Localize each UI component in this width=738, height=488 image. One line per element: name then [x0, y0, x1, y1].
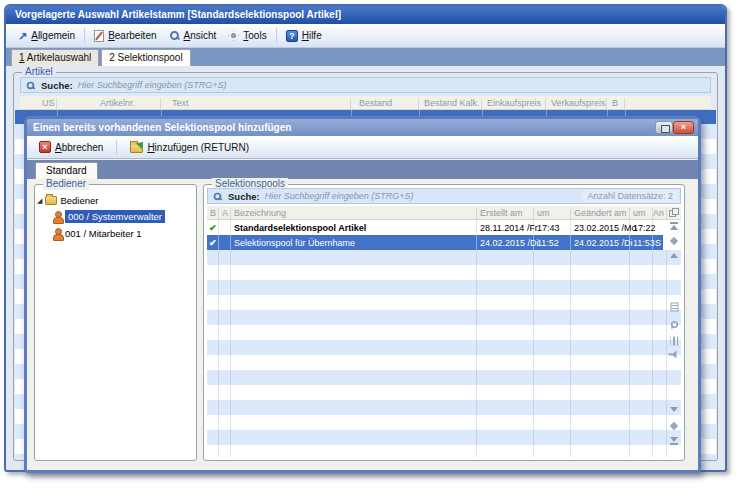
pool-name: Standardselektionspool Artikel	[234, 223, 366, 233]
pools-search-placeholder: Hier Suchbegriff eingeben (STRG+S)	[265, 191, 414, 201]
dialog-toolbar: × Abbrechen Hinzufügen (RETURN)	[27, 136, 698, 159]
add-icon	[130, 143, 143, 153]
add-label: Hinzufügen (RETURN)	[147, 142, 249, 153]
scroll-bottom-icon[interactable]	[667, 437, 681, 445]
tree-root-label: Bediener	[60, 195, 98, 206]
tree-root-bediener[interactable]: ◢ Bediener	[37, 193, 194, 208]
tab-artikelauswahl[interactable]: 1 Artikelauswahl	[11, 49, 99, 66]
sort-icon[interactable]	[667, 337, 681, 345]
row-down-icon[interactable]	[667, 422, 681, 430]
pool-created-time: 11:52	[537, 238, 559, 248]
pool-changed-time: 11:53	[633, 238, 655, 248]
column-header-bestand[interactable]: Bestand	[359, 98, 392, 108]
cancel-icon: ×	[39, 141, 51, 153]
close-button[interactable]: ×	[673, 121, 694, 134]
menu-tools[interactable]: Tools	[222, 28, 272, 43]
column-header-um-1[interactable]: um	[537, 208, 550, 218]
pool-changed: 23.02.2015 /Mo	[574, 223, 637, 233]
scroll-down-icon[interactable]	[667, 407, 681, 412]
record-count-badge: Anzahl Datensätze: 2	[582, 190, 678, 202]
menu-bearbeiten[interactable]: Bearbeiten	[88, 28, 162, 44]
pools-search-label: Suche:	[228, 191, 260, 202]
toolbar-separator	[116, 140, 117, 155]
menu-ansicht-label: Ansicht	[184, 30, 217, 41]
search-label: Suche:	[41, 80, 73, 91]
column-header-erstellt-am[interactable]: Erstellt am	[480, 208, 523, 218]
menu-hilfe[interactable]: ? Hilfe	[280, 28, 328, 44]
pools-empty-rows[interactable]	[207, 250, 681, 457]
column-header-verkaufspreis[interactable]: Verkaufspreis	[551, 98, 606, 108]
pools-grid-header: B A Bezeichnung Erstellt am um Geändert …	[207, 206, 681, 220]
restore-button[interactable]	[655, 121, 673, 134]
tree-item-label-selected: 000 / Systemverwalter	[65, 210, 165, 223]
column-header-an[interactable]: An	[653, 208, 664, 218]
scroll-top-icon[interactable]	[667, 222, 681, 230]
folder-icon	[45, 196, 57, 205]
column-header-text[interactable]: Text	[172, 98, 189, 108]
tab-standard[interactable]: Standard	[35, 162, 98, 179]
column-header-einkaufspreis[interactable]: Einkaufspreis	[487, 98, 541, 108]
column-header-artikelnr[interactable]: Artikelnr.	[100, 98, 135, 108]
column-header-bezeichnung[interactable]: Bezeichnung	[234, 208, 286, 218]
tree-item-mitarbeiter1[interactable]: 001 / Mitarbeiter 1	[37, 226, 194, 241]
tab-selektionspool[interactable]: 2 Selektionspool	[101, 49, 190, 66]
menu-allgemein[interactable]: ↗ Allgemein	[12, 28, 81, 43]
menu-bearbeiten-label: Bearbeiten	[108, 30, 156, 41]
dialog-tab-strip: Standard	[27, 160, 698, 179]
dialog-title: Einen bereits vorhandenen Selektionspool…	[33, 122, 291, 133]
menu-hilfe-label: Hilfe	[302, 30, 322, 41]
view-magnifier-icon	[169, 30, 180, 41]
menu-separator	[84, 28, 85, 43]
tree-item-systemverwalter[interactable]: 000 / Systemverwalter	[37, 209, 194, 224]
pool-row-standard[interactable]: ✔ Standardselektionspool Artikel 28.11.2…	[207, 220, 663, 235]
menu-separator	[276, 28, 277, 43]
bediener-groupbox: Bediener ◢ Bediener 000 / Systemverwalte…	[34, 184, 197, 461]
search-icon	[26, 80, 35, 89]
menu-allgemein-label: Allgemein	[31, 30, 75, 41]
selektionspools-groupbox: Selektionspools Suche: Hier Suchbegriff …	[203, 184, 685, 461]
column-header-um-2[interactable]: um	[633, 208, 646, 218]
arrow-up-right-icon: ↗	[18, 31, 27, 41]
pool-created-time: 17:43	[537, 223, 560, 233]
tree-item-label: 001 / Mitarbeiter 1	[65, 228, 142, 239]
add-button[interactable]: Hinzufügen (RETURN)	[126, 139, 253, 155]
help-icon: ?	[286, 30, 298, 42]
filter-icon[interactable]	[667, 352, 681, 357]
column-header-geaendert-am[interactable]: Geändert am	[574, 208, 627, 218]
bediener-group-label: Bediener	[43, 178, 89, 190]
expander-icon[interactable]: ◢	[37, 197, 42, 205]
menu-bar: ↗ Allgemein Bearbeiten Ansicht Tools ? H…	[6, 24, 725, 48]
row-up-icon[interactable]	[667, 237, 681, 245]
scroll-up-icon[interactable]	[667, 253, 681, 258]
window-title-bar[interactable]: Vorgelagerte Auswahl Artikelstamm [Stand…	[6, 6, 725, 24]
grid-search-icon[interactable]	[667, 319, 681, 330]
column-header-us[interactable]: US	[42, 98, 55, 108]
pool-created: 28.11.2014 /Fr	[480, 223, 538, 233]
screen: Vorgelagerte Auswahl Artikelstamm [Stand…	[0, 0, 738, 488]
column-header-bestand-kalk[interactable]: Bestand Kalk.	[424, 98, 480, 108]
search-icon	[213, 191, 222, 200]
pool-changed: 24.02.2015 /Di	[574, 238, 633, 248]
column-header-b[interactable]: B	[210, 208, 216, 218]
column-chooser-icon[interactable]	[667, 303, 681, 311]
column-header-b[interactable]: B	[612, 98, 618, 108]
column-header-a[interactable]: A	[222, 208, 228, 218]
pool-row-uebernahme-selected[interactable]: ✔ Selektionspool für Übernhame 24.02.201…	[207, 235, 663, 250]
artikel-search-bar[interactable]: Suche: Hier Suchbegriff eingeben (STRG+S…	[20, 77, 711, 93]
pool-name: Selektionspool für Übernhame	[234, 238, 355, 248]
check-icon: ✔	[209, 238, 217, 248]
menu-tools-label: Tools	[243, 30, 266, 41]
artikel-grid-header: US Artikelnr. Text Bestand Bestand Kalk.…	[20, 96, 711, 110]
dialog-window: Einen bereits vorhandenen Selektionspool…	[24, 116, 701, 473]
copy-icon[interactable]	[669, 208, 678, 217]
cancel-label: Abbrechen	[55, 142, 103, 153]
cancel-button[interactable]: × Abbrechen	[35, 139, 107, 155]
user-icon	[52, 228, 62, 240]
artikel-search-placeholder: Hier Suchbegriff eingeben (STRG+S)	[78, 80, 227, 90]
window-title: Vorgelagerte Auswahl Artikelstamm [Stand…	[15, 9, 341, 20]
pools-search-bar[interactable]: Suche: Hier Suchbegriff eingeben (STRG+S…	[207, 188, 681, 204]
menu-ansicht[interactable]: Ansicht	[163, 28, 223, 43]
pool-created: 24.02.2015 /Di	[480, 238, 539, 248]
dialog-title-bar[interactable]: Einen bereits vorhandenen Selektionspool…	[27, 119, 698, 136]
pools-grid-body: ✔ Standardselektionspool Artikel 28.11.2…	[207, 220, 681, 457]
